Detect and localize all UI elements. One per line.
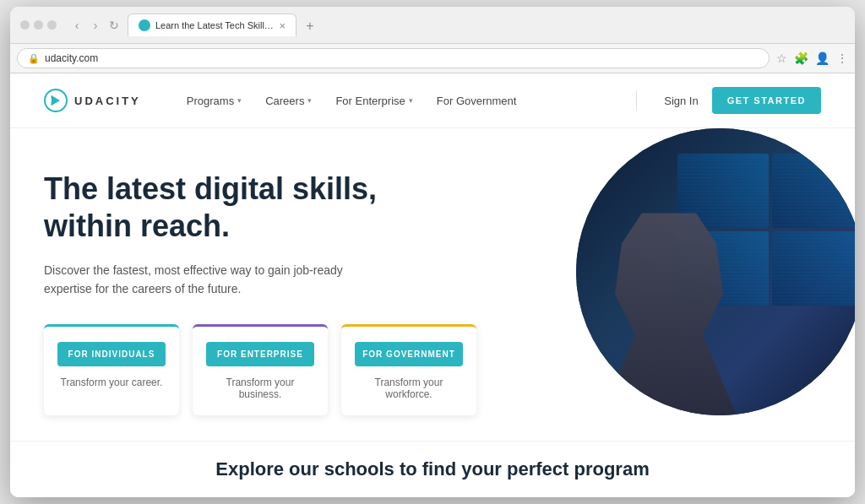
logo-icon xyxy=(44,89,68,112)
explore-text: Explore our schools to find your perfect… xyxy=(44,458,821,480)
page-content: UDACITY Programs ▾ Careers ▾ For Enterpr… xyxy=(10,73,855,496)
navbar: UDACITY Programs ▾ Careers ▾ For Enterpr… xyxy=(10,73,855,128)
logo[interactable]: UDACITY xyxy=(44,89,141,112)
get-started-button[interactable]: GET STARTED xyxy=(712,87,821,114)
nav-government[interactable]: For Government xyxy=(425,73,529,128)
enterprise-button[interactable]: FOR ENTERPRISE xyxy=(206,342,314,366)
forward-button[interactable]: › xyxy=(89,19,102,32)
sign-in-link[interactable]: Sign In xyxy=(664,95,698,107)
browser-window: ‹ › ↻ Learn the Latest Tech Skills; A...… xyxy=(10,7,855,496)
nav-right: Sign In GET STARTED xyxy=(623,87,821,114)
tab-favicon xyxy=(139,19,150,31)
bottom-section: Explore our schools to find your perfect… xyxy=(10,441,855,497)
nav-links: Programs ▾ Careers ▾ For Enterprise ▾ Fo… xyxy=(175,73,623,128)
nav-programs[interactable]: Programs ▾ xyxy=(175,73,253,128)
nav-careers[interactable]: Careers ▾ xyxy=(253,73,324,128)
card-government: FOR GOVERNMENT Transform your workforce. xyxy=(341,324,476,415)
individuals-button[interactable]: FOR INDIVIDUALS xyxy=(57,342,166,366)
menu-icon[interactable]: ⋮ xyxy=(836,51,848,65)
tab-bar: Learn the Latest Tech Skills; A... × + xyxy=(128,14,320,36)
enterprise-chevron: ▾ xyxy=(409,96,413,105)
nav-buttons: ‹ › ↻ xyxy=(70,19,121,32)
url-bar-icons: ☆ 🧩 👤 ⋮ xyxy=(776,51,848,65)
tab-label: Learn the Latest Tech Skills; A... xyxy=(155,20,274,30)
hero-left: The latest digital skills, within reach.… xyxy=(44,171,821,415)
nav-divider xyxy=(636,90,637,111)
traffic-light-minimize[interactable] xyxy=(34,20,43,30)
traffic-light-close[interactable] xyxy=(20,20,30,30)
hero-section: The latest digital skills, within reach.… xyxy=(10,128,855,440)
tab-close-button[interactable]: × xyxy=(279,20,286,31)
card-individuals: FOR INDIVIDUALS Transform your career. xyxy=(44,324,179,415)
hero-title: The latest digital skills, within reach. xyxy=(44,171,449,243)
lock-icon: 🔒 xyxy=(28,53,40,64)
url-bar[interactable]: 🔒 udacity.com xyxy=(17,48,770,68)
government-desc: Transform your workforce. xyxy=(355,377,463,400)
government-button[interactable]: FOR GOVERNMENT xyxy=(355,342,463,366)
bookmark-icon[interactable]: ☆ xyxy=(776,51,787,65)
cards-row: FOR INDIVIDUALS Transform your career. F… xyxy=(44,324,821,415)
hero-subtitle: Discover the fastest, most effective way… xyxy=(44,261,365,299)
enterprise-desc: Transform your business. xyxy=(206,377,314,400)
url-bar-row: 🔒 udacity.com ☆ 🧩 👤 ⋮ xyxy=(10,44,855,73)
active-tab[interactable]: Learn the Latest Tech Skills; A... × xyxy=(128,14,296,36)
traffic-lights xyxy=(20,20,57,30)
programs-chevron: ▾ xyxy=(237,96,242,105)
traffic-light-maximize[interactable] xyxy=(47,20,57,30)
browser-controls: ‹ › ↻ Learn the Latest Tech Skills; A...… xyxy=(20,14,845,36)
new-tab-button[interactable]: + xyxy=(300,16,320,36)
browser-chrome: ‹ › ↻ Learn the Latest Tech Skills; A...… xyxy=(10,7,855,44)
nav-enterprise[interactable]: For Enterprise ▾ xyxy=(324,73,424,128)
url-text: udacity.com xyxy=(45,52,98,64)
individuals-desc: Transform your career. xyxy=(61,377,163,388)
logo-text: UDACITY xyxy=(74,95,141,107)
extensions-icon[interactable]: 🧩 xyxy=(794,51,808,65)
careers-chevron: ▾ xyxy=(307,96,312,105)
back-button[interactable]: ‹ xyxy=(70,19,84,32)
reload-button[interactable]: ↻ xyxy=(107,19,121,32)
profile-icon[interactable]: 👤 xyxy=(815,51,830,65)
card-enterprise: FOR ENTERPRISE Transform your business. xyxy=(193,324,328,415)
